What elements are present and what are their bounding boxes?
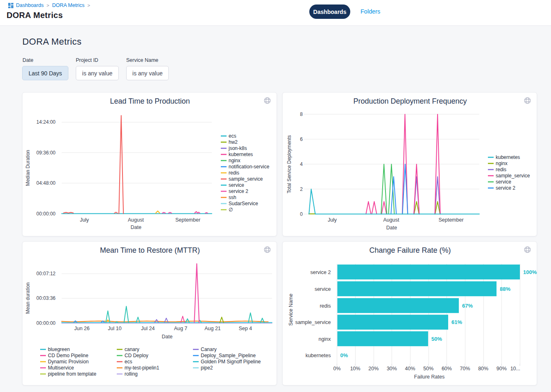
svg-text:bluegreen: bluegreen (48, 347, 70, 352)
svg-text:kubernetes: kubernetes (496, 154, 520, 160)
svg-text:July: July (328, 217, 337, 223)
svg-text:nginx: nginx (496, 161, 508, 166)
svg-text:redis: redis (229, 170, 239, 176)
svg-text:00:07:12: 00:07:12 (36, 271, 56, 276)
svg-text:service: service (496, 179, 511, 185)
svg-text:service 2: service 2 (496, 185, 515, 191)
svg-text:September: September (175, 217, 200, 223)
svg-text:61%: 61% (451, 319, 462, 325)
svg-text:09:36:00: 09:36:00 (36, 150, 56, 156)
svg-text:service 2: service 2 (310, 270, 331, 275)
svg-text:rolling: rolling (125, 371, 138, 377)
svg-text:sample_service: sample_service (496, 173, 530, 179)
svg-text:July: July (80, 217, 89, 223)
svg-text:ssh: ssh (229, 195, 236, 200)
svg-text:Dynamic Provision: Dynamic Provision (48, 359, 88, 365)
svg-text:Golden PM Signoff Pipeline: Golden PM Signoff Pipeline (201, 359, 261, 365)
svg-text:nginx: nginx (229, 158, 240, 163)
svg-text:json-k8s: json-k8s (228, 145, 247, 151)
svg-text:Median Duration: Median Duration (25, 150, 31, 186)
svg-text:notification-service: notification-service (229, 164, 270, 170)
svg-text:kubernetes: kubernetes (306, 353, 331, 358)
svg-text:10%: 10% (350, 366, 361, 372)
svg-text:30%: 30% (387, 366, 397, 372)
svg-text:Date: Date (131, 224, 141, 230)
svg-text:50%: 50% (431, 336, 442, 342)
svg-text:8: 8 (300, 111, 303, 117)
svg-text:Canary: Canary (201, 347, 217, 352)
svg-text:Failure Rates: Failure Rates (414, 374, 444, 380)
svg-text:00:03:36: 00:03:36 (36, 295, 56, 301)
svg-text:Total Service Deployments: Total Service Deployments (286, 135, 292, 193)
svg-text:00:00:00: 00:00:00 (36, 211, 56, 217)
svg-text:0%: 0% (333, 366, 340, 372)
svg-text:Sep 4: Sep 4 (239, 326, 252, 331)
svg-text:90%: 90% (497, 366, 507, 372)
svg-text:August: August (383, 217, 399, 223)
svg-text:60%: 60% (442, 366, 452, 372)
svg-text:0: 0 (300, 211, 303, 217)
svg-text:SudarService: SudarService (229, 201, 258, 206)
svg-text:Jul 10: Jul 10 (108, 326, 121, 331)
svg-text:14:24:00: 14:24:00 (36, 119, 56, 125)
svg-text:00:00:00: 00:00:00 (36, 320, 56, 326)
svg-text:sample_service: sample_service (295, 319, 331, 325)
svg-text:Aug 7: Aug 7 (174, 326, 188, 331)
svg-text:40%: 40% (405, 366, 415, 372)
svg-text:88%: 88% (500, 286, 510, 292)
svg-text:0%: 0% (340, 352, 348, 358)
svg-text:04:48:00: 04:48:00 (36, 180, 56, 186)
svg-text:Date: Date (386, 225, 397, 231)
svg-text:67%: 67% (462, 303, 473, 309)
svg-text:Date: Date (162, 334, 172, 340)
svg-text:20%: 20% (368, 366, 379, 372)
svg-text:pipeline from template: pipeline from template (48, 371, 96, 377)
svg-text:sample_service: sample_service (229, 176, 263, 182)
svg-text:2: 2 (300, 186, 303, 192)
svg-text:my-test-pipelin1: my-test-pipelin1 (125, 365, 159, 371)
svg-text:redis: redis (320, 303, 331, 309)
svg-text:70%: 70% (460, 366, 470, 372)
svg-text:Mean duration: Mean duration (25, 283, 31, 314)
svg-text:80%: 80% (478, 366, 488, 372)
svg-text:Jun 26: Jun 26 (74, 326, 90, 331)
svg-text:August: August (128, 217, 144, 223)
svg-text:50%: 50% (423, 366, 433, 372)
svg-text:Service Name: Service Name (288, 294, 294, 326)
svg-text:Deploy_Sample_Pipeline: Deploy_Sample_Pipeline (201, 353, 256, 358)
svg-text:canary: canary (125, 347, 139, 352)
svg-text:pipe2: pipe2 (201, 365, 213, 371)
svg-text:nginx: nginx (319, 336, 331, 342)
svg-text:redis: redis (496, 167, 506, 172)
svg-text:6: 6 (300, 136, 303, 142)
svg-text:hw2: hw2 (229, 139, 238, 145)
svg-text:ecs: ecs (229, 133, 236, 139)
svg-text:ecs: ecs (125, 359, 132, 365)
svg-text:CD Deploy: CD Deploy (125, 353, 148, 358)
svg-text:∅: ∅ (229, 207, 233, 213)
svg-text:4: 4 (300, 161, 303, 167)
svg-text:kubernetes: kubernetes (229, 152, 253, 157)
svg-text:service: service (315, 286, 331, 292)
svg-text:10...: 10... (510, 366, 520, 372)
svg-text:Aug 21: Aug 21 (204, 326, 221, 331)
svg-text:service: service (229, 182, 244, 188)
svg-text:100%: 100% (523, 269, 537, 275)
svg-text:Multiservice: Multiservice (48, 365, 74, 371)
svg-text:Jul 24: Jul 24 (141, 326, 154, 331)
svg-text:CD Demo Pipeline: CD Demo Pipeline (48, 353, 88, 358)
svg-text:service 2: service 2 (229, 188, 248, 194)
svg-text:September: September (438, 217, 463, 223)
